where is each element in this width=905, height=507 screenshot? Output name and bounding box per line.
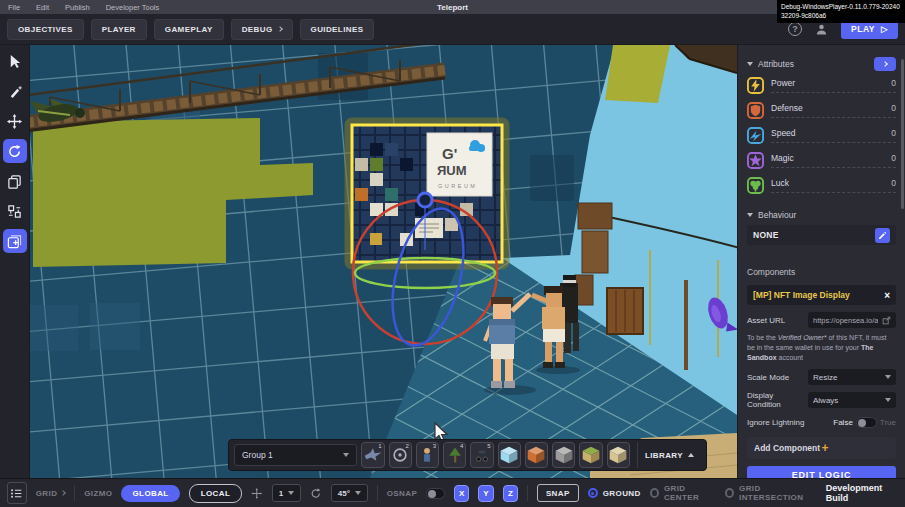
player-label: PLAYER [102, 25, 136, 34]
add-component-label: Add Component [754, 443, 822, 453]
move-icon [7, 114, 22, 129]
attribute-value[interactable]: 0 [891, 103, 896, 113]
radio-icon [725, 488, 734, 498]
list-icon [10, 487, 23, 500]
nft-owner-note: To be the Verified Owner* of this NFT, i… [747, 333, 896, 362]
local-button[interactable]: LOCAL [189, 484, 243, 503]
osnap-toggle[interactable] [426, 488, 445, 499]
behaviour-header[interactable]: Behaviour [747, 208, 896, 222]
door[interactable] [607, 288, 643, 334]
display-condition-select[interactable]: Always [808, 392, 896, 408]
layers-list-button[interactable] [7, 482, 27, 504]
toggle-false-label: False [833, 418, 853, 427]
quickbar-slot-ice-block[interactable] [498, 442, 521, 468]
behaviour-value: NONE [753, 230, 875, 240]
radio-grid-intersection[interactable]: GRID INTERSECTION [725, 484, 817, 502]
quickbar-slot-sand-block[interactable] [607, 442, 630, 468]
magic-icon [747, 152, 764, 169]
group-select[interactable]: Group 1 [234, 444, 357, 466]
quickbar: Group 1 1 2 3 4 5 [228, 439, 707, 471]
close-icon[interactable]: × [884, 290, 890, 301]
account-icon[interactable] [814, 22, 829, 37]
attribute-value[interactable]: 0 [891, 128, 896, 138]
gameplay-button[interactable]: GAMEPLAY [154, 19, 224, 40]
bottom-bar: GRID GIZMO GLOBAL LOCAL 1 45° OSNAP X Y … [0, 478, 905, 507]
radio-icon [588, 488, 598, 498]
move-step-select[interactable]: 1 [272, 484, 301, 502]
tool-paint-button[interactable] [3, 79, 27, 103]
add-component-button[interactable]: Add Component + [747, 437, 896, 459]
help-icon[interactable]: ? [788, 22, 802, 36]
quickbar-slot-character[interactable]: 3 [416, 442, 439, 468]
component-card[interactable]: [MP] NFT Image Display × [747, 285, 896, 305]
ignore-lightning-toggle[interactable] [856, 417, 877, 428]
attributes-expand-button[interactable] [874, 57, 896, 71]
quickbar-slot-lava-block[interactable] [525, 442, 548, 468]
global-button[interactable]: GLOBAL [121, 485, 179, 502]
tool-select-button[interactable] [3, 49, 27, 73]
attribute-row-luck: Luck0 [747, 173, 896, 198]
attribute-value[interactable]: 0 [891, 178, 896, 188]
attribute-row-power: Power0 [747, 73, 896, 98]
rotate-step-select[interactable]: 45° [331, 484, 368, 502]
tool-duplicate-button[interactable] [3, 169, 27, 193]
snap-button[interactable]: SNAP [537, 484, 579, 502]
gizmo-label: GIZMO [84, 489, 112, 498]
edit-logic-button[interactable]: EDIT LOGIC [747, 466, 896, 478]
library-button[interactable]: LIBRARY [637, 442, 701, 468]
axis-z-button[interactable]: Z [503, 485, 518, 502]
guidelines-button[interactable]: GUIDELINES [300, 19, 375, 40]
panel-scrollbar[interactable] [901, 59, 904, 209]
tool-move-button[interactable] [3, 109, 27, 133]
gizmo-handle[interactable] [418, 193, 432, 207]
move-step-icon [251, 487, 263, 500]
display-condition-row: Display Condition Always [747, 392, 896, 408]
tool-add-asset-button[interactable] [3, 229, 27, 253]
asset-url-row: Asset URL https://opensea.io/asse [747, 312, 896, 328]
swap-icon [7, 204, 22, 219]
viewport-3d[interactable]: G' ЯUM GUREUM [30, 45, 737, 478]
ignore-lightning-row: Ignore Lightning False True [747, 415, 896, 429]
edit-behaviour-button[interactable] [875, 228, 890, 243]
collapse-icon [747, 213, 753, 217]
chevron-down-icon [288, 491, 294, 495]
tool-swap-button[interactable] [3, 199, 27, 223]
divider [377, 485, 378, 501]
attributes-title: Attributes [758, 59, 874, 69]
sand-block-icon [608, 445, 628, 465]
grid-menu[interactable]: GRID [36, 489, 66, 498]
player-button[interactable]: PLAYER [91, 19, 147, 40]
radio-grid-center[interactable]: GRID CENTER [650, 484, 716, 502]
asset-url-input[interactable]: https://opensea.io/asse [808, 312, 896, 328]
quickbar-slot-tree[interactable]: 4 [443, 442, 466, 468]
quickbar-slot-marker[interactable]: 2 [389, 442, 412, 468]
attribute-label: Magic [771, 153, 794, 163]
quickbar-slot-grass-block[interactable] [579, 442, 602, 468]
slot-number: 2 [405, 443, 408, 449]
attribute-value[interactable]: 0 [891, 78, 896, 88]
quickbar-slot-bird[interactable]: 1 [361, 442, 384, 468]
tool-rotate-button[interactable] [3, 139, 27, 163]
svg-text:GUREUM: GUREUM [438, 183, 477, 189]
scale-mode-row: Scale Mode Resize [747, 369, 896, 385]
axis-y-button[interactable]: Y [478, 485, 493, 502]
radio-icon [650, 488, 659, 498]
divider [74, 485, 75, 501]
play-icon: ▷ [881, 24, 888, 34]
chevron-down-icon [355, 491, 361, 495]
objectives-button[interactable]: OBJECTIVES [7, 19, 84, 40]
scale-mode-select[interactable]: Resize [808, 369, 896, 385]
axis-x-button[interactable]: X [454, 485, 469, 502]
play-label: PLAY [851, 24, 875, 34]
quickbar-slot-vehicle[interactable]: 5 [470, 442, 493, 468]
radio-ground[interactable]: GROUND [588, 488, 641, 498]
chevron-up-icon [688, 453, 694, 457]
external-link-icon[interactable] [882, 316, 891, 325]
speed-icon [747, 127, 764, 144]
attributes-header[interactable]: Attributes [747, 57, 896, 71]
chevron-down-icon [885, 398, 891, 402]
quickbar-slot-stone-block[interactable] [552, 442, 575, 468]
attribute-value[interactable]: 0 [891, 153, 896, 163]
collapse-icon [747, 62, 753, 66]
debug-button[interactable]: DEBUG [231, 19, 293, 40]
